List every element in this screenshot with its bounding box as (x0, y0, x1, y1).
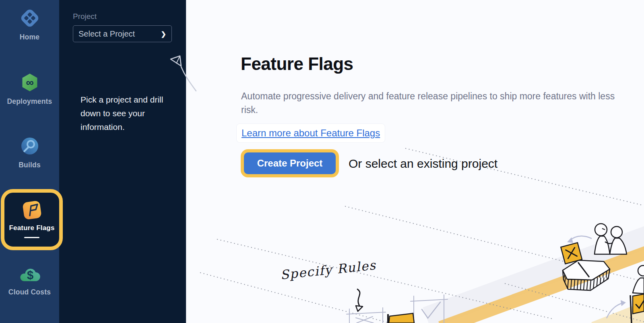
hand-drawn-arrow (162, 51, 200, 94)
active-indicator (24, 237, 39, 238)
nav-item-label: Home (0, 33, 59, 41)
or-select-existing-text: Or select an existing project (349, 157, 497, 171)
nav-item-label: Deployments (0, 97, 59, 106)
app-root: Home ∞ Deployments (0, 0, 644, 323)
nav-item-cloud-costs[interactable]: $ Cloud Costs (0, 265, 59, 296)
page-title: Feature Flags (241, 54, 353, 74)
learn-more-link[interactable]: Learn more about Feature Flags (242, 128, 380, 138)
project-panel: Project Select a Project ❯ Pick a projec… (59, 0, 186, 323)
nav-item-label: Builds (0, 161, 59, 169)
main-content: Feature Flags Automate progressive deliv… (187, 0, 644, 323)
nav-item-home[interactable]: Home (0, 8, 59, 41)
nav-item-label: Feature Flags (4, 224, 59, 232)
panel-hint-text: Pick a project and drill down to see you… (80, 93, 167, 134)
module-description: Automate progressive delivery and featur… (241, 89, 617, 117)
chevron-right-icon: ❯ (161, 30, 166, 38)
cloud-costs-icon: $ (19, 265, 41, 285)
feature-flags-icon (21, 199, 43, 222)
builds-icon (20, 136, 40, 158)
home-icon (20, 8, 40, 30)
nav-item-label: Cloud Costs (0, 288, 59, 296)
small-yellow-flag-sketch (388, 313, 414, 323)
nav-item-feature-flags[interactable]: Feature Flags (4, 193, 59, 247)
down-arrow-sketch (356, 289, 363, 311)
create-project-button[interactable]: Create Project (244, 152, 336, 174)
project-selector-value: Select a Project (78, 29, 135, 39)
svg-text:∞: ∞ (26, 76, 33, 88)
svg-text:$: $ (27, 269, 33, 282)
tutorial-highlight-feature-flags: Feature Flags (1, 189, 63, 250)
project-selector[interactable]: Select a Project ❯ (73, 25, 172, 42)
learn-more-link-container: Learn more about Feature Flags (237, 124, 385, 142)
deployments-icon: ∞ (20, 72, 40, 94)
nav-item-builds[interactable]: Builds (0, 136, 59, 169)
tutorial-highlight-create-project: Create Project (241, 149, 339, 177)
project-label: Project (73, 12, 97, 21)
nav-item-deployments[interactable]: ∞ Deployments (0, 72, 59, 106)
module-nav: Home ∞ Deployments (0, 0, 59, 323)
